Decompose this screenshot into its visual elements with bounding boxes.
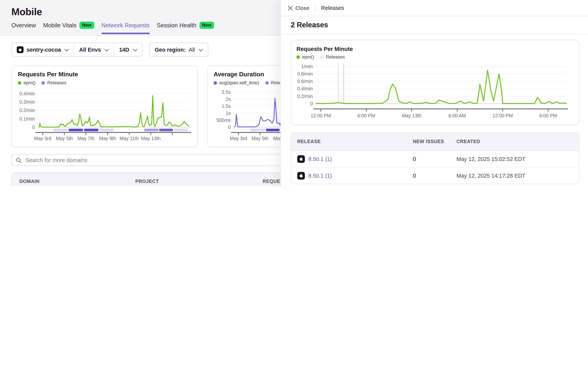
chart-title: Requests Per Minute	[296, 46, 574, 52]
release-row: 8.50.1 (1) 0 May 12, 2025 15:02:52 EDT	[291, 151, 579, 167]
svg-text:May 3rd: May 3rd	[34, 136, 51, 141]
geo-region-group: Geo region: All	[149, 42, 208, 57]
svg-text:May 3rd: May 3rd	[230, 136, 247, 141]
screen: Mobile Overview Mobile Vitals New Networ…	[0, 0, 588, 186]
requests-per-minute-card: Requests Per Minute epm() Releases 00.1/…	[11, 65, 198, 147]
apple-icon	[297, 155, 305, 163]
created-value: May 12, 2025 15:02:52 EDT	[456, 156, 579, 162]
legend-releases[interactable]: Releases	[320, 54, 345, 60]
panel-requests-per-minute-card: Requests Per Minute epm() Releases 00.2/…	[291, 40, 579, 125]
svg-text:May 5th: May 5th	[56, 136, 73, 141]
svg-text:0.4/min: 0.4/min	[297, 86, 313, 91]
close-icon	[288, 6, 293, 10]
legend-avg-span-self-time[interactable]: avg(span.self_time)	[214, 80, 259, 85]
new-badge: New	[200, 22, 214, 29]
apple-icon	[17, 46, 24, 53]
svg-text:1s: 1s	[226, 111, 231, 116]
svg-text:6:00 PM: 6:00 PM	[539, 113, 557, 118]
svg-text:12:00 PM: 12:00 PM	[311, 113, 331, 118]
column-project[interactable]: PROJECT	[128, 179, 263, 184]
legend-releases[interactable]: Releases	[42, 80, 66, 85]
svg-text:2.5s: 2.5s	[222, 89, 231, 95]
created-value: May 12, 2025 14:17:28 EDT	[456, 172, 579, 179]
environment-filter[interactable]: All Envs	[74, 43, 114, 56]
releases-count-heading: 2 Releases	[291, 21, 328, 29]
legend-epm[interactable]: epm()	[296, 54, 314, 60]
column-domain[interactable]: DOMAIN	[12, 179, 128, 184]
panel-heading-row: 2 Releases	[281, 16, 588, 34]
new-badge: New	[79, 22, 94, 29]
svg-text:1/min: 1/min	[301, 64, 313, 69]
svg-text:0.4/min: 0.4/min	[19, 91, 35, 96]
svg-text:May 9th: May 9th	[99, 136, 116, 141]
panel-title: Releases	[321, 5, 344, 11]
releases-dot	[42, 81, 45, 84]
releases-table: RELEASE NEW ISSUES CREATED 8.50.1 (1) 0 …	[291, 132, 579, 184]
tab-session-health[interactable]: Session Health New	[157, 22, 214, 34]
epm-dot	[296, 55, 300, 59]
column-new-issues[interactable]: NEW ISSUES	[413, 139, 456, 144]
svg-text:2s: 2s	[226, 96, 231, 102]
chevron-down-icon	[105, 47, 109, 53]
chart-title: Requests Per Minute	[18, 71, 191, 78]
release-link[interactable]: 8.50.1 (1)	[308, 156, 332, 162]
avg-dot	[214, 81, 217, 84]
svg-text:6:00 PM: 6:00 PM	[357, 113, 375, 118]
svg-text:6:00 AM: 6:00 AM	[449, 113, 466, 118]
svg-text:500ms: 500ms	[216, 118, 231, 123]
column-release[interactable]: RELEASE	[291, 139, 413, 144]
svg-text:0: 0	[32, 124, 35, 130]
chart-legend: epm() Releases	[296, 54, 574, 60]
search-icon	[16, 157, 22, 163]
svg-text:0.2/min: 0.2/min	[19, 108, 35, 113]
svg-text:0.3/min: 0.3/min	[19, 99, 35, 105]
svg-text:1.5s: 1.5s	[222, 103, 231, 109]
date-range-filter[interactable]: 14D	[114, 43, 142, 56]
svg-text:0.6/min: 0.6/min	[297, 79, 313, 84]
svg-text:0.1/min: 0.1/min	[19, 116, 35, 121]
svg-text:May 5th: May 5th	[252, 136, 269, 141]
tab-network-requests[interactable]: Network Requests	[102, 22, 150, 34]
releases-panel: Close Releases 2 Releases Requests Per M…	[281, 0, 588, 186]
chevron-down-icon	[199, 47, 203, 53]
svg-text:0.2/min: 0.2/min	[297, 94, 313, 99]
close-button[interactable]: Close	[288, 5, 309, 11]
svg-text:0: 0	[310, 101, 313, 106]
svg-text:0: 0	[228, 124, 231, 130]
divider	[315, 4, 315, 12]
panel-body: Requests Per Minute epm() Releases 00.2/…	[281, 34, 588, 184]
tab-overview[interactable]: Overview	[11, 22, 36, 34]
svg-text:May 13th: May 13th	[141, 136, 161, 141]
tab-mobile-vitals[interactable]: Mobile Vitals New	[43, 22, 94, 34]
legend-epm[interactable]: epm()	[18, 80, 36, 85]
releases-table-header: RELEASE NEW ISSUES CREATED	[291, 133, 579, 151]
panel-requests-per-minute-chart: 00.2/min0.4/min0.6/min0.8/min1/min12:00 …	[296, 60, 569, 121]
filter-bar: sentry-cocoa All Envs 14D	[11, 42, 208, 57]
geo-region-filter[interactable]: Geo region: All	[150, 43, 208, 56]
chevron-down-icon	[65, 47, 69, 53]
new-issues-value: 0	[413, 156, 456, 162]
svg-text:May 7th: May 7th	[78, 136, 94, 141]
apple-icon	[297, 172, 305, 179]
svg-text:May 13th: May 13th	[402, 113, 421, 118]
project-filter[interactable]: sentry-cocoa	[12, 43, 74, 56]
release-link[interactable]: 8.50.1 (1)	[308, 172, 332, 179]
panel-header: Close Releases	[281, 0, 588, 16]
page-filter-group: sentry-cocoa All Envs 14D	[11, 42, 143, 57]
requests-per-minute-chart: 00.1/min0.2/min0.3/min0.4/minMay 3rdMay …	[18, 86, 192, 143]
chevron-down-icon	[133, 47, 137, 53]
releases-dot	[265, 81, 269, 84]
releases-dot	[320, 55, 324, 59]
epm-dot	[18, 81, 21, 84]
column-created[interactable]: CREATED	[456, 139, 579, 144]
svg-text:0.8/min: 0.8/min	[297, 71, 313, 77]
chart-legend: epm() Releases	[18, 80, 191, 85]
release-row: 8.50.1 (1) 0 May 12, 2025 14:17:28 EDT	[291, 167, 579, 184]
svg-text:12:00 PM: 12:00 PM	[493, 113, 513, 118]
new-issues-value: 0	[413, 172, 456, 179]
svg-text:May 11th: May 11th	[120, 136, 139, 141]
